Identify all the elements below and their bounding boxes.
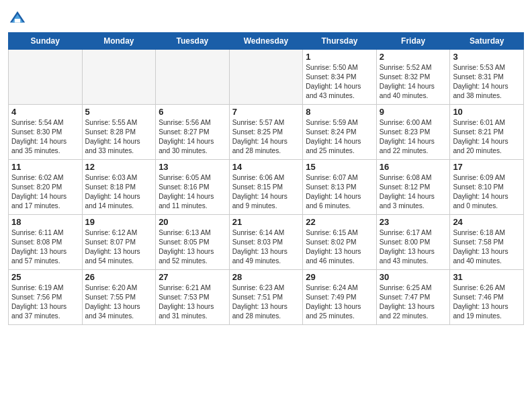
day-number: 13 [159,162,226,172]
calendar-table: SundayMondayTuesdayWednesdayThursdayFrid… [8,32,524,325]
calendar-day-cell: 19Sunrise: 6:12 AMSunset: 8:07 PMDayligh… [82,215,156,270]
day-info: Sunrise: 5:59 AMSunset: 8:24 PMDaylight:… [306,118,373,156]
day-number: 22 [306,217,373,227]
day-number: 29 [306,272,373,282]
day-info: Sunrise: 6:02 AMSunset: 8:20 PMDaylight:… [11,173,79,211]
day-number: 17 [453,162,521,172]
day-info: Sunrise: 5:57 AMSunset: 8:25 PMDaylight:… [232,118,300,156]
calendar-day-cell: 28Sunrise: 6:23 AMSunset: 7:51 PMDayligh… [229,270,303,325]
day-number: 24 [453,217,521,227]
day-number: 23 [380,217,447,227]
day-number: 4 [11,107,79,117]
day-info: Sunrise: 5:53 AMSunset: 8:31 PMDaylight:… [453,63,521,101]
logo [8,9,30,28]
calendar-day-cell: 17Sunrise: 6:09 AMSunset: 8:10 PMDayligh… [450,160,524,215]
day-info: Sunrise: 5:52 AMSunset: 8:32 PMDaylight:… [380,63,447,101]
day-info: Sunrise: 6:07 AMSunset: 8:13 PMDaylight:… [306,173,373,211]
calendar-day-cell: 27Sunrise: 6:21 AMSunset: 7:53 PMDayligh… [156,270,230,325]
calendar-day-cell: 26Sunrise: 6:20 AMSunset: 7:55 PMDayligh… [82,270,156,325]
day-info: Sunrise: 6:09 AMSunset: 8:10 PMDaylight:… [453,173,521,211]
calendar-day-cell: 5Sunrise: 5:55 AMSunset: 8:28 PMDaylight… [82,105,156,160]
day-info: Sunrise: 6:18 AMSunset: 7:58 PMDaylight:… [453,228,521,266]
day-info: Sunrise: 6:24 AMSunset: 7:49 PMDaylight:… [306,283,373,321]
logo-icon [8,9,27,28]
day-info: Sunrise: 6:03 AMSunset: 8:18 PMDaylight:… [85,173,153,211]
day-info: Sunrise: 6:05 AMSunset: 8:16 PMDaylight:… [159,173,226,211]
calendar-day-cell: 7Sunrise: 5:57 AMSunset: 8:25 PMDaylight… [229,105,303,160]
calendar-day-cell: 31Sunrise: 6:26 AMSunset: 7:46 PMDayligh… [450,270,524,325]
day-number: 3 [453,52,521,62]
day-info: Sunrise: 6:23 AMSunset: 7:51 PMDaylight:… [232,283,300,321]
calendar-day-cell: 1Sunrise: 5:50 AMSunset: 8:34 PMDaylight… [303,50,377,105]
day-info: Sunrise: 6:14 AMSunset: 8:03 PMDaylight:… [232,228,300,266]
calendar-day-cell: 13Sunrise: 6:05 AMSunset: 8:16 PMDayligh… [156,160,230,215]
day-info: Sunrise: 5:54 AMSunset: 8:30 PMDaylight:… [11,118,79,156]
calendar-day-cell: 8Sunrise: 5:59 AMSunset: 8:24 PMDaylight… [303,105,377,160]
calendar-day-cell: 30Sunrise: 6:25 AMSunset: 7:47 PMDayligh… [376,270,450,325]
svg-rect-2 [15,19,20,23]
calendar-day-cell [9,50,83,105]
calendar-day-cell: 15Sunrise: 6:07 AMSunset: 8:13 PMDayligh… [303,160,377,215]
day-info: Sunrise: 6:13 AMSunset: 8:05 PMDaylight:… [159,228,226,266]
day-number: 20 [159,217,226,227]
day-number: 30 [380,272,447,282]
day-number: 7 [232,107,300,117]
day-info: Sunrise: 6:20 AMSunset: 7:55 PMDaylight:… [85,283,153,321]
calendar-week-row: 11Sunrise: 6:02 AMSunset: 8:20 PMDayligh… [9,160,524,215]
calendar-week-row: 4Sunrise: 5:54 AMSunset: 8:30 PMDaylight… [9,105,524,160]
day-info: Sunrise: 6:21 AMSunset: 7:53 PMDaylight:… [159,283,226,321]
calendar-day-cell: 12Sunrise: 6:03 AMSunset: 8:18 PMDayligh… [82,160,156,215]
day-info: Sunrise: 6:01 AMSunset: 8:21 PMDaylight:… [453,118,521,156]
day-number: 14 [232,162,300,172]
day-number: 5 [85,107,153,117]
day-number: 31 [453,272,521,282]
day-info: Sunrise: 5:56 AMSunset: 8:27 PMDaylight:… [159,118,226,156]
calendar-week-row: 25Sunrise: 6:19 AMSunset: 7:56 PMDayligh… [9,270,524,325]
calendar-day-cell: 6Sunrise: 5:56 AMSunset: 8:27 PMDaylight… [156,105,230,160]
calendar-week-row: 18Sunrise: 6:11 AMSunset: 8:08 PMDayligh… [9,215,524,270]
day-info: Sunrise: 6:26 AMSunset: 7:46 PMDaylight:… [453,283,521,321]
calendar-day-cell: 23Sunrise: 6:17 AMSunset: 8:00 PMDayligh… [376,215,450,270]
calendar-day-cell: 22Sunrise: 6:15 AMSunset: 8:02 PMDayligh… [303,215,377,270]
calendar-day-cell: 14Sunrise: 6:06 AMSunset: 8:15 PMDayligh… [229,160,303,215]
calendar-day-header: Thursday [303,33,377,50]
calendar-day-cell: 4Sunrise: 5:54 AMSunset: 8:30 PMDaylight… [9,105,83,160]
calendar-week-row: 1Sunrise: 5:50 AMSunset: 8:34 PMDaylight… [9,50,524,105]
day-number: 27 [159,272,226,282]
day-info: Sunrise: 5:55 AMSunset: 8:28 PMDaylight:… [85,118,153,156]
calendar-day-cell: 18Sunrise: 6:11 AMSunset: 8:08 PMDayligh… [9,215,83,270]
calendar-day-cell: 29Sunrise: 6:24 AMSunset: 7:49 PMDayligh… [303,270,377,325]
page-header [8,7,524,28]
day-info: Sunrise: 6:11 AMSunset: 8:08 PMDaylight:… [11,228,79,266]
day-number: 11 [11,162,79,172]
day-number: 2 [380,52,447,62]
calendar-day-cell: 2Sunrise: 5:52 AMSunset: 8:32 PMDaylight… [376,50,450,105]
calendar-day-cell: 3Sunrise: 5:53 AMSunset: 8:31 PMDaylight… [450,50,524,105]
calendar-day-cell: 16Sunrise: 6:08 AMSunset: 8:12 PMDayligh… [376,160,450,215]
calendar-day-header: Monday [82,33,156,50]
day-number: 8 [306,107,373,117]
day-number: 28 [232,272,300,282]
calendar-day-cell: 11Sunrise: 6:02 AMSunset: 8:20 PMDayligh… [9,160,83,215]
day-info: Sunrise: 6:25 AMSunset: 7:47 PMDaylight:… [380,283,447,321]
calendar-day-header: Friday [376,33,450,50]
day-number: 9 [380,107,447,117]
calendar-day-cell: 20Sunrise: 6:13 AMSunset: 8:05 PMDayligh… [156,215,230,270]
day-info: Sunrise: 6:00 AMSunset: 8:23 PMDaylight:… [380,118,447,156]
calendar-day-cell [156,50,230,105]
day-number: 25 [11,272,79,282]
day-number: 15 [306,162,373,172]
day-number: 18 [11,217,79,227]
calendar-day-cell [229,50,303,105]
calendar-day-cell: 21Sunrise: 6:14 AMSunset: 8:03 PMDayligh… [229,215,303,270]
day-info: Sunrise: 5:50 AMSunset: 8:34 PMDaylight:… [306,63,373,101]
day-number: 19 [85,217,153,227]
calendar-day-header: Tuesday [156,33,230,50]
day-info: Sunrise: 6:15 AMSunset: 8:02 PMDaylight:… [306,228,373,266]
calendar-day-header: Wednesday [229,33,303,50]
page-container: SundayMondayTuesdayWednesdayThursdayFrid… [0,0,532,332]
day-number: 21 [232,217,300,227]
day-info: Sunrise: 6:17 AMSunset: 8:00 PMDaylight:… [380,228,447,266]
day-info: Sunrise: 6:06 AMSunset: 8:15 PMDaylight:… [232,173,300,211]
calendar-header-row: SundayMondayTuesdayWednesdayThursdayFrid… [9,33,524,50]
